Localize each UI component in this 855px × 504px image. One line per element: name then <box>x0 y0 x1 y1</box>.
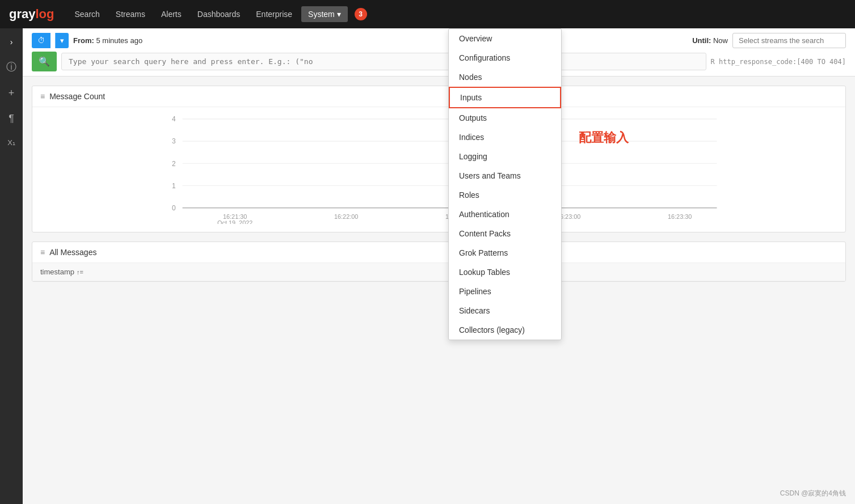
table-header-row: timestamp ↑= <box>32 263 845 281</box>
menu-item-collectors-legacy[interactable]: Collectors (legacy) <box>449 320 561 340</box>
nav-system[interactable]: System ▾ <box>301 6 348 22</box>
system-dropdown-menu: Overview Configurations Nodes Inputs Out… <box>448 28 562 340</box>
widget-menu-icon-2: ≡ <box>40 248 45 257</box>
timestamp-column: timestamp <box>40 268 74 276</box>
menu-item-sidecars[interactable]: Sidecars <box>449 301 561 320</box>
chart-area: 4 3 2 1 0 16:21:30 16:22:00 <box>32 107 845 232</box>
search-top-row: ⏱ ▾ From: 5 minutes ago Until: Now <box>32 33 846 48</box>
widget-header-all-messages: ≡ All Messages <box>32 242 845 263</box>
widget-header-message-count: ≡ Message Count <box>32 86 845 107</box>
search-input-row: 🔍 R http_response_code:[400 TO 404] <box>32 52 846 71</box>
all-messages-widget: ≡ All Messages timestamp ↑= <box>32 242 846 282</box>
nav-alerts[interactable]: Alerts <box>154 6 188 22</box>
widget-menu-icon: ≡ <box>40 92 45 101</box>
svg-text:4: 4 <box>172 115 176 123</box>
navbar: graylog Search Streams Alerts Dashboards… <box>0 0 855 28</box>
paragraph-icon[interactable]: ¶ <box>2 109 20 128</box>
menu-item-grok-patterns[interactable]: Grok Patterns <box>449 243 561 262</box>
menu-item-inputs[interactable]: Inputs <box>449 87 561 108</box>
menu-item-logging[interactable]: Logging <box>449 147 561 166</box>
svg-text:2: 2 <box>172 160 176 168</box>
system-label: System ▾ <box>308 10 341 19</box>
until-text: Until: Now <box>692 36 728 45</box>
svg-text:16:23:30: 16:23:30 <box>668 213 692 220</box>
layout: › ⓘ + ¶ X₁ ⏱ ▾ From: 5 minutes ago Until… <box>0 28 855 504</box>
logo[interactable]: graylog <box>9 7 54 22</box>
logo-gray: gray <box>9 7 35 22</box>
sidebar: › ⓘ + ¶ X₁ <box>0 28 23 504</box>
dashboard: ≡ Message Count 4 3 2 1 0 <box>23 77 855 495</box>
svg-text:0: 0 <box>172 204 176 212</box>
info-icon[interactable]: ⓘ <box>2 57 20 77</box>
svg-text:3: 3 <box>172 137 176 145</box>
streams-search-input[interactable] <box>732 33 846 48</box>
nav-dashboards[interactable]: Dashboards <box>191 6 247 22</box>
sort-icon[interactable]: ↑= <box>77 269 83 276</box>
search-area: ⏱ ▾ From: 5 minutes ago Until: Now 🔍 R h… <box>23 28 855 77</box>
chart-svg: 4 3 2 1 0 16:21:30 16:22:00 <box>40 113 837 224</box>
widget-title-message-count: Message Count <box>49 92 105 101</box>
menu-item-authentication[interactable]: Authentication <box>449 205 561 224</box>
from-value: 5 minutes ago <box>96 36 142 45</box>
until-value: Now <box>713 36 728 45</box>
clock-icon: ⏱ <box>37 36 45 45</box>
menu-item-pipelines[interactable]: Pipelines <box>449 282 561 301</box>
nav-search[interactable]: Search <box>68 6 106 22</box>
menu-item-content-packs[interactable]: Content Packs <box>449 224 561 243</box>
sidebar-toggle-icon[interactable]: › <box>2 34 20 50</box>
menu-item-lookup-tables[interactable]: Lookup Tables <box>449 262 561 282</box>
widget-title-all-messages: All Messages <box>49 248 96 257</box>
svg-text:16:22:00: 16:22:00 <box>334 213 358 220</box>
nav-enterprise[interactable]: Enterprise <box>249 6 299 22</box>
svg-text:1: 1 <box>172 182 176 190</box>
from-label: From: 5 minutes ago <box>73 36 688 45</box>
time-button[interactable]: ⏱ <box>32 33 50 48</box>
search-button[interactable]: 🔍 <box>32 52 57 71</box>
nav-streams[interactable]: Streams <box>109 6 152 22</box>
subscript-icon[interactable]: X₁ <box>2 135 20 150</box>
plus-icon[interactable]: + <box>2 84 20 103</box>
menu-item-outputs[interactable]: Outputs <box>449 108 561 128</box>
menu-item-configurations[interactable]: Configurations <box>449 48 561 67</box>
footer-text: CSDN @寂寞的4角钱 <box>780 489 846 498</box>
message-count-widget: ≡ Message Count 4 3 2 1 0 <box>32 86 846 232</box>
main-content: ⏱ ▾ From: 5 minutes ago Until: Now 🔍 R h… <box>23 28 855 504</box>
time-dropdown-button[interactable]: ▾ <box>55 33 69 48</box>
nav-links: Search Streams Alerts Dashboards Enterpr… <box>68 6 846 22</box>
query-hint: R http_response_code:[400 TO 404] <box>711 58 846 66</box>
logo-log: log <box>35 7 54 22</box>
query-input[interactable] <box>61 53 706 70</box>
menu-item-nodes[interactable]: Nodes <box>449 67 561 87</box>
notification-badge: 3 <box>355 8 367 20</box>
menu-item-indices[interactable]: Indices <box>449 128 561 147</box>
menu-item-users-teams[interactable]: Users and Teams <box>449 166 561 185</box>
menu-item-overview[interactable]: Overview <box>449 29 561 48</box>
menu-item-roles[interactable]: Roles <box>449 185 561 205</box>
svg-text:Oct 19, 2022: Oct 19, 2022 <box>217 219 252 224</box>
